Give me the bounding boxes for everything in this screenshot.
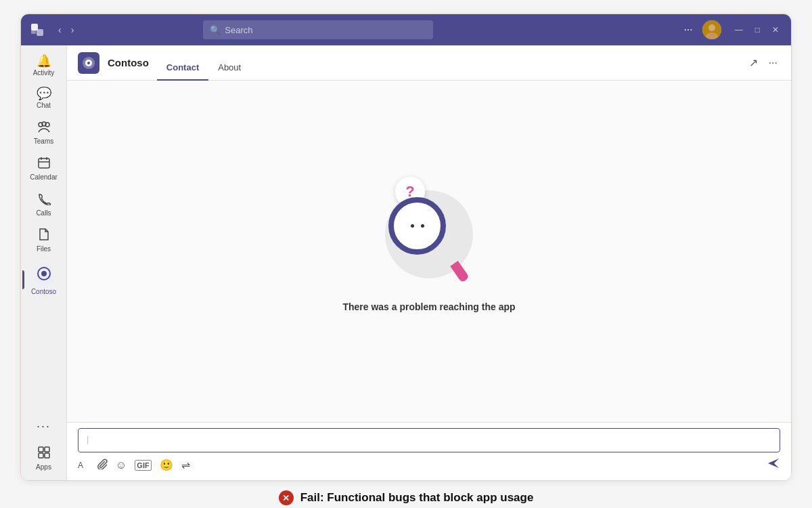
svg-rect-16 (45, 447, 49, 452)
message-input-box[interactable]: | (78, 428, 780, 452)
title-bar-right: ··· — □ ✕ (679, 20, 784, 39)
maximize-button[interactable]: □ (750, 24, 765, 36)
magnifier-circle (388, 197, 446, 255)
sidebar-label-activity: Activity (33, 69, 55, 77)
title-more-button[interactable]: ··· (679, 22, 696, 37)
app-logo (78, 52, 99, 74)
search-icon: 🔍 (210, 25, 221, 35)
app-header: Contoso Contact About ↗ ··· (67, 45, 791, 81)
sidebar-item-teams[interactable]: Teams (25, 116, 63, 149)
magnifier-handle (450, 261, 470, 283)
tab-about[interactable]: About (208, 54, 250, 81)
sidebar-item-calendar[interactable]: Calendar (25, 152, 63, 185)
sidebar-label-chat: Chat (37, 102, 51, 109)
header-more-button[interactable]: ··· (766, 54, 780, 72)
close-button[interactable]: ✕ (767, 24, 784, 36)
svg-point-4 (708, 24, 715, 31)
format-icon[interactable]: A (78, 459, 89, 472)
files-icon (38, 228, 50, 243)
left-eye (411, 224, 414, 228)
footer-caption: ✕ Fail: Functional bugs that block app u… (265, 481, 547, 508)
apps-icon (37, 446, 51, 461)
sidebar-item-calls[interactable]: Calls (25, 188, 63, 221)
app-tabs: Contact About (157, 45, 250, 80)
error-illustration: ? (342, 177, 515, 312)
nav-back-button[interactable]: ‹ (55, 23, 65, 37)
gif-icon[interactable]: GIF (135, 460, 151, 471)
sidebar-label-contoso: Contoso (31, 288, 56, 295)
app-header-right: ↗ ··· (746, 54, 780, 72)
fail-description: Fail: Functional bugs that block app usa… (300, 491, 534, 505)
app-window: ‹ › 🔍 ··· — □ ✕ (20, 14, 792, 481)
magnifier (388, 197, 456, 265)
user-avatar[interactable] (702, 20, 721, 39)
main-panel: Contoso Contact About ↗ ··· ? (67, 45, 791, 480)
send-button[interactable] (767, 457, 780, 473)
calls-icon (37, 192, 51, 207)
search-input[interactable] (225, 25, 426, 35)
nav-forward-button[interactable]: › (68, 23, 78, 37)
svg-rect-9 (39, 158, 49, 168)
loop-icon[interactable]: ⇌ (181, 459, 190, 471)
message-input-area: | A ☺ GIF 🙂 ⇌ (67, 422, 791, 480)
attach-icon[interactable] (97, 459, 108, 472)
app-body: 🔔 Activity 💬 Chat Teams (21, 45, 791, 480)
teams-icon (37, 120, 51, 135)
title-bar: ‹ › 🔍 ··· — □ ✕ (21, 14, 791, 45)
sidebar-label-files: Files (37, 245, 51, 253)
sidebar-label-calls: Calls (36, 209, 51, 217)
sidebar-item-chat[interactable]: 💬 Chat (25, 83, 63, 113)
svg-rect-2 (31, 29, 36, 34)
sidebar-label-teams: Teams (34, 137, 53, 145)
magnifier-face (411, 224, 424, 228)
activity-icon: 🔔 (37, 55, 51, 67)
error-message: There was a problem reaching the app (342, 301, 515, 312)
external-link-button[interactable]: ↗ (746, 54, 761, 72)
content-area: ? (67, 81, 791, 422)
contoso-icon (34, 263, 54, 286)
tab-contact[interactable]: Contact (157, 54, 208, 81)
sidebar-label-calendar: Calendar (30, 173, 58, 181)
emoji-icon[interactable]: ☺ (116, 459, 127, 471)
face-eyes (411, 224, 424, 228)
sidebar-item-files[interactable]: Files (25, 224, 63, 257)
search-bar[interactable]: 🔍 (203, 20, 433, 39)
sidebar-more-button[interactable]: ··· (37, 414, 51, 439)
sidebar: 🔔 Activity 💬 Chat Teams (21, 45, 67, 480)
sidebar-item-contoso[interactable]: Contoso (25, 259, 63, 299)
svg-point-14 (41, 271, 47, 276)
svg-rect-17 (39, 453, 43, 458)
sidebar-item-activity[interactable]: 🔔 Activity (25, 51, 63, 81)
svg-rect-18 (45, 453, 49, 458)
magnifier-scene: ? (375, 177, 483, 285)
teams-logo (28, 20, 47, 39)
sticker-icon[interactable]: 🙂 (160, 459, 173, 471)
sidebar-label-apps: Apps (36, 463, 51, 471)
calendar-icon (37, 156, 51, 171)
window-controls: — □ ✕ (729, 24, 784, 36)
fail-icon: ✕ (279, 490, 294, 505)
svg-rect-1 (37, 29, 43, 36)
message-toolbar: A ☺ GIF 🙂 ⇌ (78, 452, 780, 475)
app-title: Contoso (108, 57, 149, 68)
minimize-button[interactable]: — (729, 24, 748, 36)
chat-icon: 💬 (37, 87, 51, 100)
nav-arrows[interactable]: ‹ › (55, 23, 77, 37)
svg-point-21 (87, 62, 90, 64)
sidebar-item-apps[interactable]: Apps (25, 442, 63, 475)
active-indicator (22, 270, 24, 289)
right-eye (421, 224, 424, 228)
cursor-indicator: | (87, 434, 89, 444)
svg-text:A: A (78, 461, 83, 469)
svg-rect-15 (39, 447, 43, 452)
